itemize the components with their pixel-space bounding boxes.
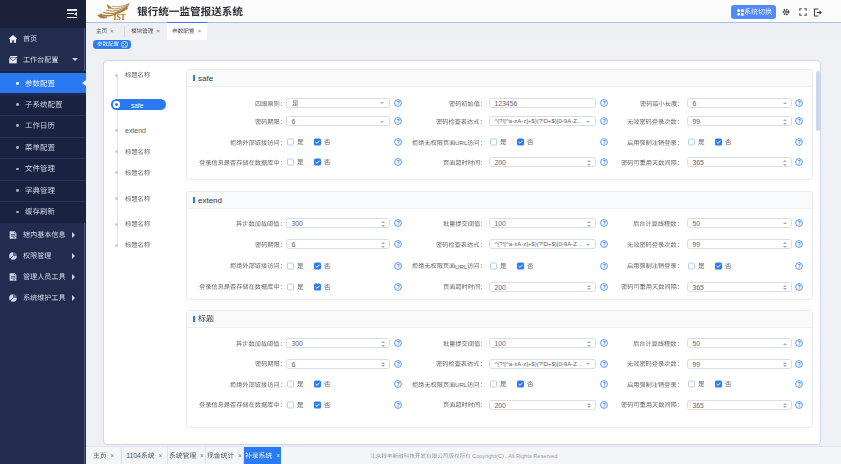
svg-text:?: ? bbox=[396, 381, 399, 387]
svg-text:?: ? bbox=[396, 159, 399, 165]
svg-text:?: ? bbox=[602, 118, 605, 124]
svg-text:?: ? bbox=[396, 139, 399, 145]
svg-text:?: ? bbox=[797, 262, 800, 268]
svg-text:?: ? bbox=[396, 401, 399, 407]
svg-text:?: ? bbox=[797, 401, 800, 407]
svg-text:?: ? bbox=[396, 340, 399, 346]
svg-text:?: ? bbox=[396, 284, 399, 290]
svg-text:?: ? bbox=[602, 139, 605, 145]
svg-text:?: ? bbox=[797, 340, 800, 346]
svg-text:?: ? bbox=[797, 220, 800, 226]
svg-text:?: ? bbox=[396, 241, 399, 247]
svg-text:?: ? bbox=[396, 118, 399, 124]
svg-text:?: ? bbox=[602, 241, 605, 247]
svg-text:?: ? bbox=[797, 118, 800, 124]
svg-text:?: ? bbox=[602, 401, 605, 407]
svg-text:?: ? bbox=[797, 139, 800, 145]
svg-text:?: ? bbox=[602, 340, 605, 346]
svg-text:?: ? bbox=[797, 361, 800, 367]
svg-text:?: ? bbox=[602, 381, 605, 387]
svg-text:?: ? bbox=[602, 159, 605, 165]
svg-text:?: ? bbox=[396, 220, 399, 226]
svg-text:?: ? bbox=[396, 262, 399, 268]
svg-text:?: ? bbox=[797, 284, 800, 290]
svg-text:?: ? bbox=[602, 361, 605, 367]
svg-text:?: ? bbox=[396, 361, 399, 367]
svg-text:?: ? bbox=[396, 100, 399, 106]
svg-text:?: ? bbox=[797, 100, 800, 106]
svg-text:?: ? bbox=[602, 262, 605, 268]
svg-text:?: ? bbox=[797, 159, 800, 165]
svg-text:?: ? bbox=[797, 241, 800, 247]
svg-text:?: ? bbox=[602, 100, 605, 106]
svg-text:?: ? bbox=[602, 284, 605, 290]
svg-text:?: ? bbox=[602, 220, 605, 226]
svg-text:IST: IST bbox=[114, 13, 126, 22]
svg-text:?: ? bbox=[797, 381, 800, 387]
